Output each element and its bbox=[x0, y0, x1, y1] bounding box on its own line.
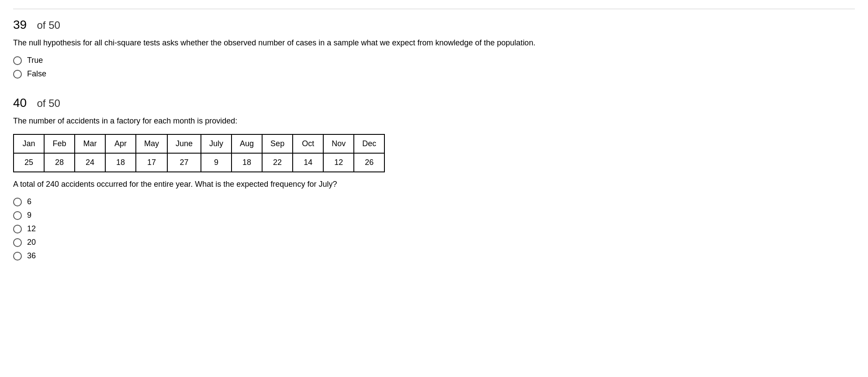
option-9-label: 9 bbox=[27, 211, 31, 220]
radio-36[interactable] bbox=[13, 252, 22, 260]
radio-true[interactable] bbox=[13, 56, 22, 65]
val-sep: 22 bbox=[262, 153, 293, 172]
divider-39 bbox=[13, 9, 855, 9]
option-6-label: 6 bbox=[27, 197, 31, 206]
question-39-number: 39 of 50 bbox=[13, 18, 855, 32]
val-aug: 18 bbox=[232, 153, 262, 172]
val-jan: 25 bbox=[14, 153, 44, 172]
question-39-text: The null hypothesis for all chi-square t… bbox=[13, 37, 855, 49]
col-oct: Oct bbox=[293, 134, 323, 153]
col-dec: Dec bbox=[354, 134, 384, 153]
option-20-label: 20 bbox=[27, 238, 36, 247]
table-data-row: 25 28 24 18 17 27 9 18 22 14 12 26 bbox=[14, 153, 384, 172]
question-40-number: 40 of 50 bbox=[13, 96, 855, 110]
q40-num: 40 bbox=[13, 96, 27, 110]
col-jan: Jan bbox=[14, 134, 44, 153]
radio-9[interactable] bbox=[13, 211, 22, 220]
val-june: 27 bbox=[167, 153, 201, 172]
val-oct: 14 bbox=[293, 153, 323, 172]
option-12-label: 12 bbox=[27, 224, 36, 233]
val-may: 17 bbox=[136, 153, 167, 172]
col-apr: Apr bbox=[105, 134, 136, 153]
val-dec: 26 bbox=[354, 153, 384, 172]
val-feb: 28 bbox=[44, 153, 75, 172]
val-apr: 18 bbox=[105, 153, 136, 172]
q40-total: 50 bbox=[48, 97, 60, 109]
option-36[interactable]: 36 bbox=[13, 251, 855, 260]
question-40-block: 40 of 50 The number of accidents in a fa… bbox=[13, 96, 855, 260]
option-false[interactable]: False bbox=[13, 69, 855, 79]
val-nov: 12 bbox=[323, 153, 354, 172]
option-36-label: 36 bbox=[27, 251, 36, 260]
option-6[interactable]: 6 bbox=[13, 197, 855, 206]
val-mar: 24 bbox=[75, 153, 105, 172]
radio-20[interactable] bbox=[13, 238, 22, 247]
option-12[interactable]: 12 bbox=[13, 224, 855, 233]
radio-6[interactable] bbox=[13, 198, 22, 206]
option-true-label: True bbox=[27, 56, 43, 65]
radio-false[interactable] bbox=[13, 70, 22, 79]
q39-total: 50 bbox=[48, 19, 60, 31]
option-true[interactable]: True bbox=[13, 56, 855, 65]
option-false-label: False bbox=[27, 69, 46, 79]
q39-num: 39 bbox=[13, 18, 27, 31]
radio-12[interactable] bbox=[13, 225, 22, 233]
table-header-row: Jan Feb Mar Apr May June July Aug Sep Oc… bbox=[14, 134, 384, 153]
col-june: June bbox=[167, 134, 201, 153]
col-may: May bbox=[136, 134, 167, 153]
option-9[interactable]: 9 bbox=[13, 211, 855, 220]
val-july: 9 bbox=[201, 153, 232, 172]
col-nov: Nov bbox=[323, 134, 354, 153]
question-39-options: True False bbox=[13, 56, 855, 79]
col-aug: Aug bbox=[232, 134, 262, 153]
col-feb: Feb bbox=[44, 134, 75, 153]
col-july: July bbox=[201, 134, 232, 153]
option-20[interactable]: 20 bbox=[13, 238, 855, 247]
col-mar: Mar bbox=[75, 134, 105, 153]
question-39-block: 39 of 50 The null hypothesis for all chi… bbox=[13, 9, 855, 79]
question-40-text: The number of accidents in a factory for… bbox=[13, 115, 855, 127]
col-sep: Sep bbox=[262, 134, 293, 153]
accidents-table: Jan Feb Mar Apr May June July Aug Sep Oc… bbox=[13, 134, 385, 172]
question-40-followup: A total of 240 accidents occurred for th… bbox=[13, 178, 855, 190]
question-40-options: 6 9 12 20 36 bbox=[13, 197, 855, 260]
